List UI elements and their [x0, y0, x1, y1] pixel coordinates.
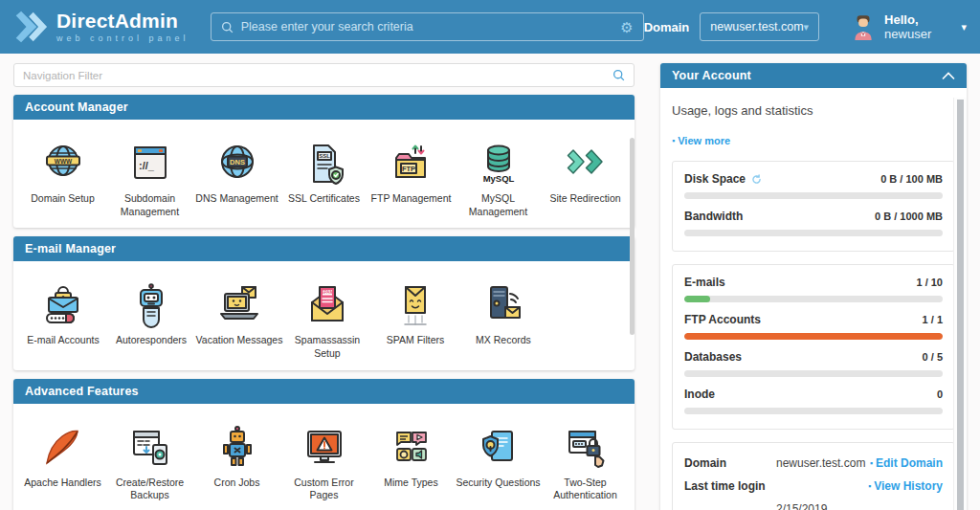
tile-label: Two-Step Authentication [542, 477, 629, 502]
main-content: Account ManagerWWWDomain Setup://_Subdom… [13, 63, 635, 510]
usage-value: 0 / 5 [923, 351, 943, 363]
link-view-history[interactable]: ▪View History [868, 479, 943, 493]
usage-value: 1 / 1 [923, 314, 943, 325]
tile-cron-jobs[interactable]: Cron Jobs [193, 425, 280, 490]
section-advanced-features: Advanced FeaturesApache HandlersCreate/R… [13, 379, 635, 510]
domain-select-value: newuser.test.com [710, 20, 803, 33]
main-scrollbar-thumb[interactable] [630, 138, 635, 335]
progress-bar [684, 370, 943, 377]
svg-text:SSL: SSL [319, 153, 330, 159]
navigation-filter [13, 63, 635, 87]
feather-icon [40, 425, 86, 471]
usage-value: 0 [937, 388, 943, 400]
tile-label: Spamassassin Setup [283, 334, 371, 360]
svg-text:FTP: FTP [401, 165, 414, 173]
chevron-up-icon [942, 72, 955, 80]
domain-label: Domain [644, 20, 690, 34]
search-settings-gear-icon[interactable]: ⚙ [620, 20, 633, 34]
robot-cron-icon [214, 425, 260, 471]
tile-label: FTP Management [371, 192, 452, 206]
section-header-e-mail-manager[interactable]: E-mail Manager [13, 236, 635, 261]
tile-label: Cron Jobs [214, 477, 260, 490]
tile-ftp-management[interactable]: FTPFTP Management [368, 141, 455, 206]
page-scrollbar-thumb[interactable] [957, 100, 964, 510]
user-menu[interactable]: Hello, newuser ▾ [851, 12, 967, 41]
tile-label: Custom Error Pages [280, 477, 368, 502]
tile-security-questions[interactable]: Security Questions [455, 425, 542, 490]
tile-label: Apache Handlers [24, 477, 101, 490]
usage-value: 0 B / 100 MB [880, 173, 943, 185]
search-input[interactable] [241, 20, 612, 33]
progress-bar [684, 333, 943, 340]
usage-row-disk-space: Disk Space0 B / 100 MB [684, 172, 943, 199]
info-value: newuser.test.com [776, 456, 870, 470]
tile-apache-handlers[interactable]: Apache Handlers [19, 425, 106, 490]
top-header: DirectAdmin web control panel ⚙ Domain n… [0, 0, 980, 54]
tile-label: Vacation Messages [196, 334, 283, 347]
logo-chevrons-icon [13, 11, 48, 43]
tile-two-step-authentication[interactable]: Two-Step Authentication [542, 425, 629, 502]
tile-label: Site Redirection [549, 192, 620, 206]
tile-ssl-certificates[interactable]: SSLSSL Certificates [280, 141, 368, 206]
tile-mime-types[interactable]: Mime Types [368, 425, 455, 490]
tile-subdomain-management[interactable]: ://_Subdomain Management [106, 141, 193, 218]
section-body: Apache HandlersCreate/Restore BackupsCro… [13, 404, 635, 510]
tile-label: DNS Management [195, 192, 278, 206]
refresh-icon[interactable] [751, 174, 762, 185]
usage-label: Bandwidth [684, 210, 743, 223]
info-label: Last time login [684, 479, 776, 493]
tile-dns-management[interactable]: DNSDNS Management [193, 141, 280, 206]
tile-e-mail-accounts[interactable]: E-mail Accounts [19, 282, 107, 347]
tile-label: Security Questions [456, 477, 540, 490]
section-account-manager: Account ManagerWWWDomain Setup://_Subdom… [13, 95, 635, 228]
usage-label: Databases [684, 350, 742, 364]
user-avatar [851, 13, 876, 40]
global-search: ⚙ [211, 12, 644, 41]
directadmin-logo[interactable]: DirectAdmin web control panel [13, 11, 193, 43]
usage-label: Disk Space [684, 172, 746, 186]
greeting-username: newuser [884, 27, 931, 41]
backup-restore-icon [127, 425, 173, 471]
section-header-account-manager[interactable]: Account Manager [13, 95, 635, 120]
link-edit-domain[interactable]: ▪Edit Domain [870, 456, 943, 470]
section-header-advanced-features[interactable]: Advanced Features [13, 379, 635, 404]
tile-domain-setup[interactable]: WWWDomain Setup [19, 141, 106, 206]
tile-vacation-messages[interactable]: Vacation Messages [195, 282, 283, 347]
progress-bar [684, 408, 943, 414]
usage-value: 0 B / 1000 MB [875, 211, 943, 222]
tile-autoresponders[interactable]: Autoresponders [107, 282, 195, 347]
account-sidebar: Your Account Usage, logs and statistics … [660, 63, 967, 510]
server-mail-icon [480, 282, 526, 328]
domain-select[interactable]: newuser.test.com ▾ [700, 12, 819, 41]
usage-label: E-mails [684, 276, 725, 289]
tile-spam-filters[interactable]: SPAM Filters [371, 282, 459, 347]
tile-mx-records[interactable]: MX Records [459, 282, 547, 347]
bullet-icon: ▪ [870, 458, 873, 468]
usage-label: Inode [684, 388, 715, 401]
tile-label: Domain Setup [31, 192, 95, 206]
svg-text:WWW: WWW [54, 158, 72, 165]
progress-bar [684, 296, 943, 302]
filter-search-icon [612, 69, 625, 81]
svg-text:DNS: DNS [230, 158, 245, 166]
usage-row-ftp-accounts: FTP Accounts1 / 1 [684, 313, 943, 340]
view-more-link[interactable]: ▪View more [672, 135, 730, 146]
account-subtitle: Usage, logs and statistics [672, 103, 955, 118]
info-label: Domain [684, 456, 776, 470]
tile-site-redirection[interactable]: Site Redirection [542, 141, 629, 206]
info-row-active-since: Active Since2/15/2019, 10:11:08▪Profile … [684, 502, 943, 510]
tile-overflow[interactable] [107, 506, 195, 510]
tile-custom-error-pages[interactable]: Custom Error Pages [280, 425, 368, 502]
monitor-warning-icon [301, 425, 347, 471]
mysql-database-icon: MySQL [476, 141, 522, 187]
shield-doc-icon [476, 425, 522, 471]
tile-label: SSL Certificates [288, 192, 360, 206]
tile-spamassassin-setup[interactable]: SPAMSpamassassin Setup [283, 282, 371, 360]
feature-sections: Account ManagerWWWDomain Setup://_Subdom… [13, 95, 635, 510]
info-row-domain: Domainnewuser.test.com▪Edit Domain [684, 456, 943, 470]
tile-create-restore-backups[interactable]: Create/Restore Backups [106, 425, 193, 502]
tile-mysql-management[interactable]: MySQLMySQL Management [455, 141, 542, 218]
your-account-header[interactable]: Your Account [660, 63, 967, 88]
navigation-filter-input[interactable] [23, 70, 612, 81]
account-info-box: Domainnewuser.test.com▪Edit DomainLast t… [672, 442, 955, 510]
